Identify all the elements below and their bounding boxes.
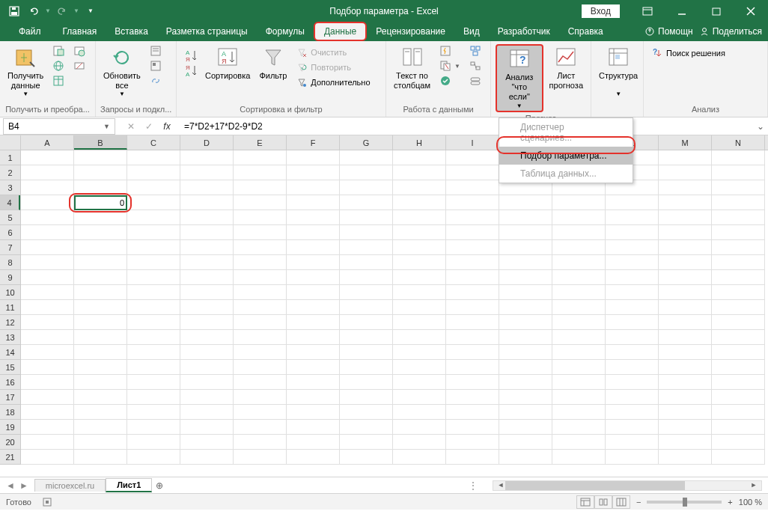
cell-J20[interactable]	[499, 435, 552, 450]
get-data-button[interactable]: Получить данные▼	[4, 44, 46, 100]
cell-C17[interactable]	[127, 390, 180, 405]
cell-I1[interactable]	[446, 150, 499, 165]
cell-M17[interactable]	[659, 390, 712, 405]
undo-icon[interactable]	[25, 3, 42, 19]
cell-G21[interactable]	[340, 450, 393, 465]
col-header-G[interactable]: G	[340, 135, 393, 150]
cell-A11[interactable]	[21, 300, 74, 315]
cell-E10[interactable]	[234, 285, 287, 300]
cell-N3[interactable]	[712, 180, 765, 195]
consolidate-icon[interactable]	[466, 44, 484, 58]
cell-N17[interactable]	[712, 390, 765, 405]
cell-N7[interactable]	[712, 240, 765, 255]
cell-D8[interactable]	[180, 255, 234, 270]
dropdown-goal-seek[interactable]: Подбор параметра...	[499, 147, 633, 165]
cell-M19[interactable]	[659, 420, 712, 435]
cell-B11[interactable]	[74, 300, 127, 315]
cell-M7[interactable]	[659, 240, 712, 255]
enter-formula-icon[interactable]: ✓	[141, 121, 157, 132]
cell-D15[interactable]	[180, 360, 234, 375]
cell-B3[interactable]	[74, 180, 127, 195]
cell-M8[interactable]	[659, 255, 712, 270]
cell-K9[interactable]	[552, 270, 606, 285]
cell-M14[interactable]	[659, 345, 712, 360]
row-header-9[interactable]: 9	[0, 270, 20, 285]
cell-B17[interactable]	[74, 390, 127, 405]
zoom-out-icon[interactable]: −	[636, 498, 641, 507]
cell-D2[interactable]	[180, 165, 234, 180]
cell-A19[interactable]	[21, 420, 74, 435]
cell-E21[interactable]	[234, 450, 287, 465]
cell-A13[interactable]	[21, 330, 74, 345]
cell-H16[interactable]	[393, 375, 446, 390]
page-break-view-icon[interactable]	[612, 495, 630, 509]
tab-insert[interactable]: Вставка	[106, 22, 157, 41]
cell-M9[interactable]	[659, 270, 712, 285]
col-header-H[interactable]: H	[393, 135, 446, 150]
col-header-B[interactable]: B	[74, 135, 127, 150]
cell-A21[interactable]	[21, 450, 74, 465]
name-box[interactable]: B4 ▼	[3, 118, 115, 135]
cell-C3[interactable]	[127, 180, 180, 195]
new-sheet-icon[interactable]: ⊕	[152, 480, 167, 491]
col-header-N[interactable]: N	[712, 135, 765, 150]
cell-B21[interactable]	[74, 450, 127, 465]
cell-K18[interactable]	[552, 405, 606, 420]
cell-I21[interactable]	[446, 450, 499, 465]
cell-N11[interactable]	[712, 300, 765, 315]
advanced-filter-button[interactable]: Дополнительно	[293, 76, 373, 89]
cell-N21[interactable]	[712, 450, 765, 465]
cell-E6[interactable]	[234, 225, 287, 240]
signin-button[interactable]: Вход	[582, 4, 620, 18]
tab-formulas[interactable]: Формулы	[257, 22, 314, 41]
row-header-4[interactable]: 4	[0, 195, 20, 210]
cell-N5[interactable]	[712, 210, 765, 225]
worksheet-grid[interactable]: ABCDEFGHIJKLMN 1234567891011121314151617…	[0, 135, 768, 477]
row-header-21[interactable]: 21	[0, 450, 20, 465]
cell-L17[interactable]	[606, 390, 659, 405]
cell-G14[interactable]	[340, 345, 393, 360]
cell-I13[interactable]	[446, 330, 499, 345]
cell-F10[interactable]	[287, 285, 340, 300]
cell-M12[interactable]	[659, 315, 712, 330]
qat-customize-icon[interactable]: ▼	[82, 3, 99, 19]
cell-N12[interactable]	[712, 315, 765, 330]
cell-N9[interactable]	[712, 270, 765, 285]
cell-K10[interactable]	[552, 285, 606, 300]
cell-F6[interactable]	[287, 225, 340, 240]
cell-G17[interactable]	[340, 390, 393, 405]
row-header-3[interactable]: 3	[0, 180, 20, 195]
cell-B5[interactable]	[74, 210, 127, 225]
tab-review[interactable]: Рецензирование	[367, 22, 454, 41]
cell-C4[interactable]	[127, 195, 180, 210]
cell-J9[interactable]	[499, 270, 552, 285]
cell-F13[interactable]	[287, 330, 340, 345]
cell-M1[interactable]	[659, 150, 712, 165]
cell-E9[interactable]	[234, 270, 287, 285]
cell-N4[interactable]	[712, 195, 765, 210]
cell-N16[interactable]	[712, 375, 765, 390]
cell-F7[interactable]	[287, 240, 340, 255]
cell-C11[interactable]	[127, 300, 180, 315]
cell-K21[interactable]	[552, 450, 606, 465]
cell-B6[interactable]	[74, 225, 127, 240]
select-all-corner[interactable]	[0, 135, 21, 150]
cell-A1[interactable]	[21, 150, 74, 165]
properties-icon[interactable]	[147, 59, 165, 73]
cell-E16[interactable]	[234, 375, 287, 390]
cell-A9[interactable]	[21, 270, 74, 285]
cell-L4[interactable]	[606, 195, 659, 210]
sheet-nav-next-icon[interactable]: ►	[19, 480, 28, 491]
save-icon[interactable]	[6, 3, 22, 19]
cell-N18[interactable]	[712, 405, 765, 420]
cell-J13[interactable]	[499, 330, 552, 345]
cell-H20[interactable]	[393, 435, 446, 450]
cell-F9[interactable]	[287, 270, 340, 285]
cell-L8[interactable]	[606, 255, 659, 270]
cell-N14[interactable]	[712, 345, 765, 360]
cell-C9[interactable]	[127, 270, 180, 285]
cell-B18[interactable]	[74, 405, 127, 420]
cell-F3[interactable]	[287, 180, 340, 195]
cell-F14[interactable]	[287, 345, 340, 360]
cell-L14[interactable]	[606, 345, 659, 360]
